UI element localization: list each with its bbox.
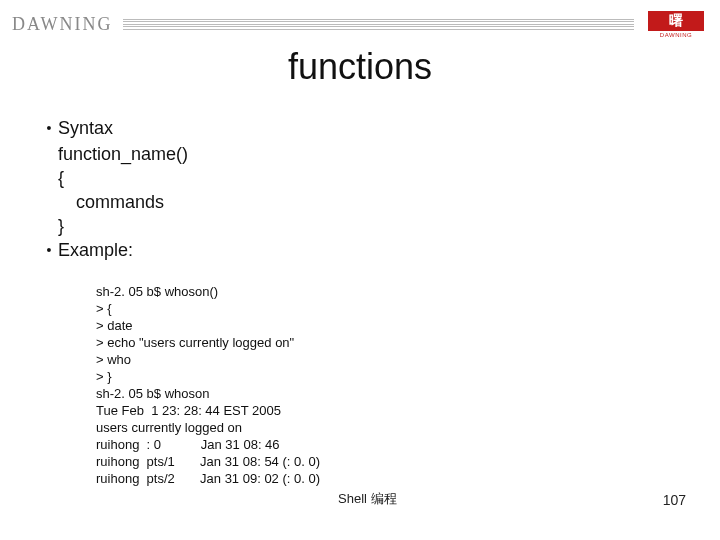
example-line: > } — [96, 369, 112, 384]
example-output: sh-2. 05 b$ whoson() > { > date > echo "… — [96, 266, 680, 487]
example-line: sh-2. 05 b$ whoson() — [96, 284, 218, 299]
syntax-line-open: { — [58, 166, 680, 190]
slide-content: • Syntax function_name() { commands } • … — [0, 88, 720, 487]
page-number: 107 — [663, 492, 686, 508]
footer-label: Shell 编程 — [338, 490, 397, 508]
bullet-dot-icon: • — [40, 116, 58, 140]
brand-wordmark: DAWNING — [12, 14, 113, 35]
bullet-dot-icon: • — [40, 238, 58, 262]
brand-logo-subtext: DAWNING — [660, 32, 692, 38]
syntax-line-fnname: function_name() — [58, 142, 680, 166]
brand-logo-red: 曙 — [648, 11, 704, 31]
slide-header: DAWNING 曙 DAWNING — [0, 0, 720, 40]
example-line: > who — [96, 352, 131, 367]
slide-title: functions — [0, 46, 720, 88]
bullet-example-label: Example: — [58, 238, 133, 262]
syntax-line-close: } — [58, 214, 680, 238]
bullet-syntax-label: Syntax — [58, 116, 113, 140]
brand-logo: 曙 DAWNING — [644, 8, 708, 40]
brand-logo-glyph: 曙 — [669, 12, 683, 30]
header-rule — [123, 18, 634, 30]
bullet-example: • Example: — [40, 238, 680, 262]
syntax-line-commands: commands — [76, 190, 680, 214]
bullet-syntax: • Syntax — [40, 116, 680, 140]
example-line: users currently logged on — [96, 420, 242, 435]
example-line: > date — [96, 318, 133, 333]
example-line: > { — [96, 301, 112, 316]
example-line: ruihong : 0 Jan 31 08: 46 — [96, 437, 280, 452]
example-line: Tue Feb 1 23: 28: 44 EST 2005 — [96, 403, 281, 418]
example-line: > echo "users currently logged on" — [96, 335, 294, 350]
example-line: ruihong pts/2 Jan 31 09: 02 (: 0. 0) — [96, 471, 320, 486]
example-line: sh-2. 05 b$ whoson — [96, 386, 209, 401]
example-line: ruihong pts/1 Jan 31 08: 54 (: 0. 0) — [96, 454, 320, 469]
